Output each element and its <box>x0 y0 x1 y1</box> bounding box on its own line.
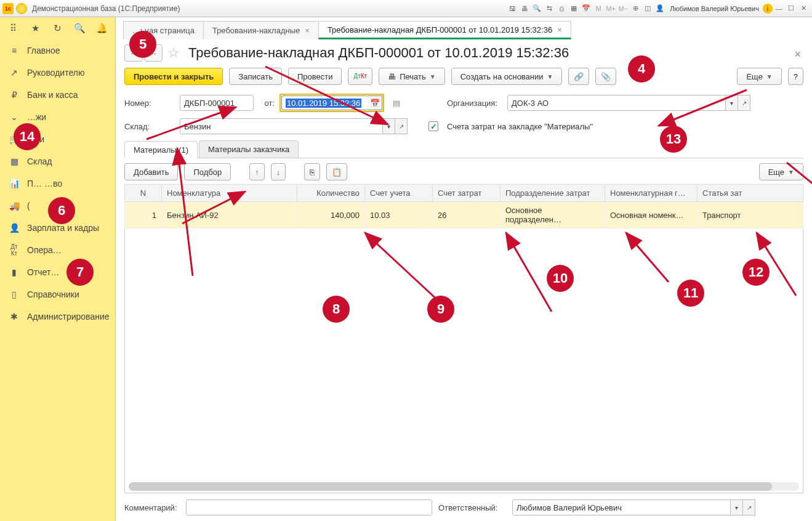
dropdown-icon[interactable] <box>16 3 27 14</box>
move-down-button[interactable]: ↓ <box>271 163 286 180</box>
tab-start[interactable]: …ьная страница <box>123 21 204 39</box>
bars-icon: 📊 <box>9 179 20 188</box>
cell-nomen-group[interactable]: Основная номенк… <box>605 202 697 228</box>
col-dept[interactable]: Подразделение затрат <box>500 185 605 202</box>
dropdown-icon[interactable]: ▾ <box>383 118 395 134</box>
favorite-icon[interactable]: ☆ <box>167 45 180 61</box>
dtkt-button[interactable]: ДтКт <box>348 68 372 85</box>
nav-operations[interactable]: ДтКтОпера… <box>0 239 115 261</box>
calc-icon[interactable]: ▦ <box>568 2 580 15</box>
date-field[interactable]: 10.01.2019 15:32:36 📅 <box>279 94 384 112</box>
col-cost-acct[interactable]: Счет затрат <box>433 185 500 202</box>
nav-warehouse[interactable]: ▦Склад <box>0 150 115 172</box>
tab-list[interactable]: Требования-накладные× <box>203 21 319 39</box>
search-icon[interactable]: 🔍 <box>73 22 86 35</box>
nav-sales[interactable]: ⌄…жи <box>0 106 115 128</box>
move-up-button[interactable]: ↑ <box>249 163 265 180</box>
open-icon[interactable]: ↗ <box>395 118 408 134</box>
attach-button[interactable]: 📎 <box>595 68 616 85</box>
nav-back-button[interactable]: ← <box>124 44 143 62</box>
zoom-icon[interactable]: ⊕ <box>629 2 641 15</box>
nav-bank[interactable]: ₽Банк и касса <box>0 84 115 106</box>
apps-icon[interactable]: ⠿ <box>6 22 20 35</box>
print-button[interactable]: 🖶Печать▼ <box>379 68 445 85</box>
cell-acct[interactable]: 10.03 <box>365 202 433 228</box>
link-button[interactable]: 🔗 <box>568 68 589 85</box>
toolbar-icon[interactable]: 🖫 <box>506 2 518 15</box>
compare-icon[interactable]: ⇆ <box>543 2 555 15</box>
subtab-materials[interactable]: Материалы (1) <box>124 141 198 158</box>
post-button[interactable]: Провести <box>288 68 342 85</box>
print-icon[interactable]: 🖶 <box>518 2 531 15</box>
nav-assets[interactable]: 🚚( <box>0 195 115 217</box>
sub-more-button[interactable]: Еще▼ <box>759 163 803 180</box>
comment-input[interactable] <box>186 499 432 515</box>
warehouse-select[interactable]: Бензин ▾ ↗ <box>180 118 408 134</box>
post-and-close-button[interactable]: Провести и закрыть <box>124 68 223 85</box>
info-icon[interactable]: i <box>763 4 773 14</box>
col-nomen-group[interactable]: Номенклатурная г… <box>605 185 697 202</box>
nav-manager[interactable]: ↗Руководителю <box>0 62 115 84</box>
user-name[interactable]: Любимов Валерий Юрьевич <box>670 5 759 12</box>
cost-accounts-checkbox[interactable]: ✓ <box>428 121 438 131</box>
help-button[interactable]: ? <box>788 68 803 85</box>
copy-button[interactable]: ⎘ <box>304 163 320 180</box>
create-based-button[interactable]: Создать на основании▼ <box>451 68 563 85</box>
nav-purchase[interactable]: 🛒…ки <box>0 128 115 150</box>
nav-label: П… …во <box>27 179 62 188</box>
paste-button[interactable]: 📋 <box>326 163 347 180</box>
doc-close-icon[interactable]: × <box>794 48 801 61</box>
nav-reports[interactable]: ▮Отчет… <box>0 261 115 283</box>
h-scrollbar[interactable] <box>129 482 799 491</box>
nav-catalogs[interactable]: ▯Справочники <box>0 283 115 305</box>
history-icon[interactable]: ↻ <box>50 22 64 35</box>
nav-main[interactable]: ≡Главное <box>0 39 115 62</box>
cell-cost-acct[interactable]: 26 <box>433 202 500 228</box>
open-icon[interactable]: ↗ <box>743 499 755 515</box>
add-button[interactable]: Добавить <box>124 163 178 180</box>
cell-n[interactable]: 1 <box>125 202 162 228</box>
minimize-icon[interactable]: — <box>773 2 785 15</box>
col-qty[interactable]: Количество <box>297 185 365 202</box>
col-expense[interactable]: Статья зат <box>697 185 803 202</box>
dropdown-icon[interactable]: ▾ <box>731 499 743 515</box>
subtab-customer-materials[interactable]: Материалы заказчика <box>199 140 299 158</box>
nav-salary[interactable]: 👤Зарплата и кадры <box>0 217 115 239</box>
org-select[interactable]: ДОК-3 АО ▾ ↗ <box>507 95 750 111</box>
calendar-button-icon[interactable]: 📅 <box>368 95 382 110</box>
col-acct[interactable]: Счет учета <box>365 185 433 202</box>
export-icon[interactable]: ⎙ <box>555 2 568 15</box>
close-icon[interactable]: ✕ <box>797 2 810 15</box>
star-icon[interactable]: ★ <box>28 22 42 35</box>
mminus-icon[interactable]: M− <box>617 2 629 15</box>
panel-icon[interactable]: ◫ <box>641 2 654 15</box>
cell-dept[interactable]: Основное подразделен… <box>500 202 605 228</box>
preview-icon[interactable]: 🔍 <box>531 2 543 15</box>
tab-close-icon[interactable]: × <box>305 26 310 35</box>
nav-fwd-button[interactable]: → <box>144 44 163 62</box>
window-title: Демонстрационная база (1С:Предприятие) <box>32 4 180 13</box>
maximize-icon[interactable]: ☐ <box>785 2 797 15</box>
pick-button[interactable]: Подбор <box>184 163 231 180</box>
date-note-icon[interactable]: ▤ <box>393 99 400 108</box>
nav-production[interactable]: 📊П… …во <box>0 172 115 195</box>
col-nomen[interactable]: Номенклатура <box>162 185 297 202</box>
table-row[interactable]: 1 Бензин АИ-92 140,000 10.03 26 Основное… <box>125 202 803 228</box>
tab-close-icon[interactable]: × <box>557 25 562 34</box>
open-icon[interactable]: ↗ <box>738 95 750 111</box>
cell-qty[interactable]: 140,000 <box>297 202 365 228</box>
more-button[interactable]: Еще▼ <box>737 68 781 85</box>
bell-icon[interactable]: 🔔 <box>95 22 108 35</box>
resp-select[interactable]: Любимов Валерий Юрьевич ▾ ↗ <box>512 499 755 515</box>
m-icon[interactable]: M <box>592 2 605 15</box>
number-input[interactable]: ДКБП-000001 <box>180 95 254 111</box>
write-button[interactable]: Записать <box>229 68 282 85</box>
mplus-icon[interactable]: M+ <box>605 2 617 15</box>
col-n[interactable]: N <box>125 185 162 202</box>
cell-nomen[interactable]: Бензин АИ-92 <box>162 202 297 228</box>
tab-document[interactable]: Требование-накладная ДКБП-000001 от 10.0… <box>318 21 571 39</box>
dropdown-icon[interactable]: ▾ <box>726 95 738 111</box>
nav-admin[interactable]: ✱Администрирование <box>0 305 115 328</box>
cell-expense[interactable]: Транспорт <box>697 202 803 228</box>
calendar-icon[interactable]: 📅 <box>580 2 592 15</box>
